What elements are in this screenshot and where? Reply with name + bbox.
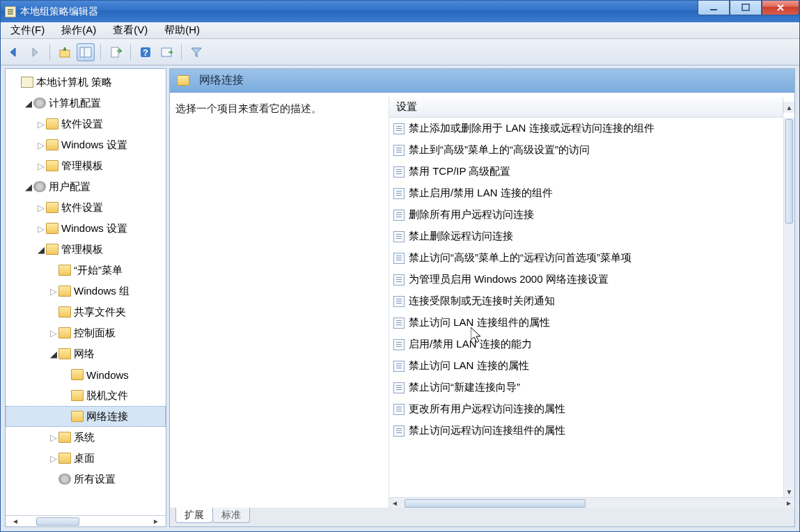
collapse-icon[interactable]: ◢ (24, 182, 33, 192)
tree-uc-windows[interactable]: ▷Windows 设置 (6, 218, 166, 239)
setting-item[interactable]: 禁止启用/禁用 LAN 连接的组件 (389, 182, 794, 204)
setting-item[interactable]: 启用/禁用 LAN 连接的能力 (389, 334, 794, 355)
filter-button[interactable] (187, 43, 205, 61)
maximize-button[interactable] (730, 0, 762, 15)
tree-windows-comp[interactable]: ▷Windows 组 (6, 281, 166, 302)
menu-file[interactable]: 文件(F) (5, 22, 50, 38)
folder-icon (46, 160, 58, 171)
expand-icon[interactable]: ▷ (36, 119, 46, 130)
list-h-scrollbar[interactable]: ◄ ► (389, 497, 794, 508)
expand-icon[interactable]: ▷ (36, 161, 46, 171)
tree-net-windows[interactable]: ▷Windows (6, 364, 166, 385)
menu-help[interactable]: 帮助(H) (159, 22, 205, 38)
scroll-thumb[interactable] (785, 119, 793, 224)
titlebar[interactable]: 本地组策略编辑器 (1, 1, 799, 22)
content-body: 选择一个项目来查看它的描述。 设置 ▲ 禁止添加或删除用于 LAN 连接或远程访… (170, 93, 794, 508)
setting-item[interactable]: 删除所有用户远程访问连接 (389, 204, 794, 226)
tree-item-label: Windows 设置 (61, 139, 127, 152)
scroll-right-icon[interactable]: ► (783, 499, 794, 507)
scroll-left-icon[interactable]: ◄ (10, 517, 21, 526)
folder-icon (58, 453, 71, 464)
scroll-thumb[interactable] (405, 499, 586, 508)
menu-action[interactable]: 操作(A) (56, 22, 102, 38)
tree-start-menu[interactable]: ▷“开始”菜单 (6, 260, 166, 281)
tree-user-config[interactable]: ◢用户配置 (6, 176, 166, 197)
export-button[interactable] (107, 43, 125, 61)
back-button[interactable] (5, 43, 23, 61)
tree-h-scrollbar[interactable]: ◄ ► (6, 515, 166, 526)
expand-icon[interactable]: ▷ (49, 453, 58, 464)
setting-item[interactable]: 禁止访问“新建连接向导” (389, 377, 794, 398)
tree-net-connections[interactable]: ▷网络连接 (6, 406, 166, 427)
forward-button[interactable] (26, 43, 44, 61)
setting-label: 启用/禁用 LAN 连接的能力 (409, 338, 532, 351)
close-button[interactable] (762, 0, 799, 15)
scroll-left-icon[interactable]: ◄ (389, 499, 400, 507)
tree-net-offline[interactable]: ▷脱机文件 (6, 385, 166, 406)
scroll-right-icon[interactable]: ► (150, 517, 162, 526)
policy-icon (393, 382, 405, 393)
up-button[interactable] (56, 43, 74, 61)
v-scrollbar[interactable]: ▼ (783, 118, 794, 497)
expand-icon[interactable]: ▷ (49, 328, 58, 338)
tab-extended[interactable]: 扩展 (175, 508, 213, 523)
tree[interactable]: ▷本地计算机 策略◢计算机配置▷软件设置▷Windows 设置▷管理模板◢用户配… (6, 69, 166, 515)
setting-item[interactable]: 禁止访问 LAN 连接组件的属性 (389, 312, 794, 334)
setting-item[interactable]: 禁止访问“高级”菜单上的“远程访问首选项”菜单项 (389, 247, 794, 269)
collapse-icon[interactable]: ◢ (24, 98, 33, 109)
setting-item[interactable]: 禁止删除远程访问连接 (389, 226, 794, 247)
tree-item-label: 控制面板 (74, 327, 116, 340)
setting-item[interactable]: 禁止访问 LAN 连接的属性 (389, 355, 794, 377)
tree-item-label: Windows 组 (74, 285, 130, 298)
minimize-button[interactable] (698, 0, 730, 15)
settings-list[interactable]: 禁止添加或删除用于 LAN 连接或远程访问连接的组件禁止到“高级”菜单上的“高级… (389, 118, 794, 497)
folder-icon (58, 432, 71, 443)
setting-item[interactable]: 禁止访问远程访问连接组件的属性 (389, 420, 794, 441)
expand-icon[interactable]: ▷ (36, 224, 46, 234)
help-button[interactable]: ? (136, 43, 155, 61)
setting-label: 禁止删除远程访问连接 (409, 230, 513, 243)
column-setting[interactable]: 设置 (389, 97, 783, 118)
scroll-down-icon[interactable]: ▼ (784, 486, 794, 497)
settings-list-wrap: 设置 ▲ 禁止添加或删除用于 LAN 连接或远程访问连接的组件禁止到“高级”菜单… (389, 97, 794, 508)
setting-item[interactable]: 禁用 TCP/IP 高级配置 (389, 161, 794, 182)
tree-uc-software[interactable]: ▷软件设置 (6, 197, 166, 218)
scroll-up-icon[interactable]: ▲ (784, 102, 794, 113)
setting-label: 连接受限制或无连接时关闭通知 (409, 295, 555, 308)
menu-view[interactable]: 查看(V) (107, 22, 153, 38)
tree-network[interactable]: ◢网络 (6, 343, 166, 364)
show-tree-button[interactable] (77, 43, 95, 61)
tree-all-settings[interactable]: ▷所有设置 (6, 469, 166, 490)
expand-icon[interactable]: ▷ (36, 140, 46, 150)
tree-root[interactable]: ▷本地计算机 策略 (6, 72, 166, 93)
tree-desktop[interactable]: ▷桌面 (6, 448, 166, 469)
doc-icon (21, 77, 33, 88)
setting-item[interactable]: 禁止到“高级”菜单上的“高级设置”的访问 (389, 139, 794, 161)
expand-icon[interactable]: ▷ (36, 203, 46, 213)
setting-label: 禁止启用/禁用 LAN 连接的组件 (409, 187, 553, 200)
expand-icon[interactable]: ▷ (49, 286, 58, 297)
content-header: 网络连接 (170, 69, 794, 93)
collapse-icon[interactable]: ◢ (36, 244, 46, 255)
setting-item[interactable]: 禁止添加或删除用于 LAN 连接或远程访问连接的组件 (389, 118, 794, 139)
setting-item[interactable]: 连接受限制或无连接时关闭通知 (389, 290, 794, 312)
list-header[interactable]: 设置 ▲ (389, 97, 794, 118)
tree-system[interactable]: ▷系统 (6, 427, 166, 448)
expand-icon[interactable]: ▷ (49, 432, 58, 443)
tree-control-panel[interactable]: ▷控制面板 (6, 322, 166, 343)
setting-item[interactable]: 更改所有用户远程访问连接的属性 (389, 398, 794, 420)
tree-computer-config[interactable]: ◢计算机配置 (6, 93, 166, 114)
scroll-thumb[interactable] (36, 517, 79, 526)
tree-cc-software[interactable]: ▷软件设置 (6, 114, 166, 134)
collapse-icon[interactable]: ◢ (49, 349, 58, 359)
svg-rect-2 (60, 50, 70, 57)
tree-cc-admin[interactable]: ▷管理模板 (6, 155, 166, 176)
setting-item[interactable]: 为管理员启用 Windows 2000 网络连接设置 (389, 269, 794, 290)
svg-rect-5 (111, 47, 118, 57)
setting-label: 禁止访问远程访问连接组件的属性 (409, 424, 565, 437)
properties-button[interactable] (157, 43, 175, 61)
tree-cc-windows[interactable]: ▷Windows 设置 (6, 134, 166, 155)
tree-shared-folders[interactable]: ▷共享文件夹 (6, 302, 166, 322)
tab-standard[interactable]: 标准 (212, 508, 250, 523)
tree-uc-admin[interactable]: ◢管理模板 (6, 239, 166, 260)
